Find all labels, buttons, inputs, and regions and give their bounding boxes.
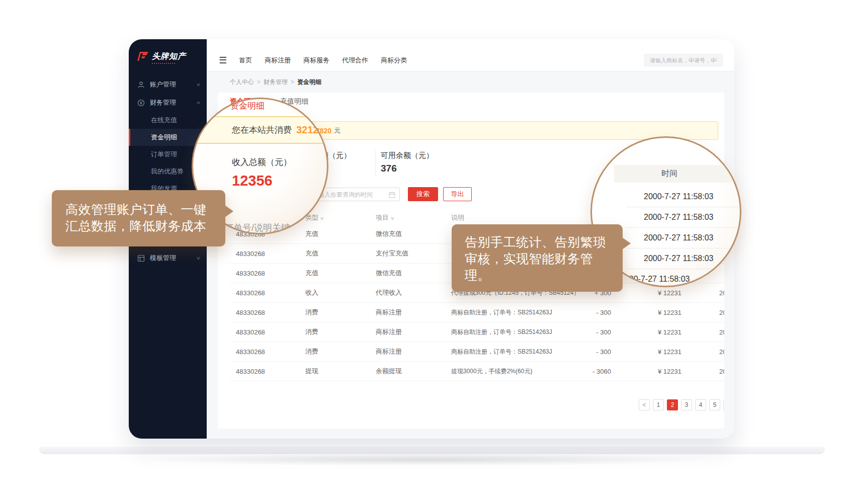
sidebar-item-在线充值[interactable]: 在线充值: [129, 112, 207, 129]
cell-order: 48330268: [230, 368, 305, 375]
brand-flag-icon: [137, 51, 149, 65]
chevron-up-icon: ∧: [196, 100, 201, 105]
chevron-down-icon: ∨: [196, 256, 201, 261]
pagination-page-5[interactable]: 5: [709, 399, 720, 410]
table-header-1[interactable]: 类型∨: [305, 213, 376, 222]
table-row: 48330268消费商标注册商标自助注册，订单号：SB2514263J- 300…: [230, 303, 724, 322]
cell-type: 消费: [305, 347, 376, 356]
pagination-prev[interactable]: <: [639, 399, 650, 410]
magnified-tab-fragment: 资金明细: [230, 100, 265, 112]
magnified-time-header: 时间: [614, 165, 741, 183]
sort-caret-icon: ∨: [390, 216, 395, 221]
topnav-item-1[interactable]: 商标注册: [265, 56, 291, 65]
cell-type: 充值: [305, 249, 376, 258]
cell-time: 2000-7-27 11:58:03: [681, 309, 724, 316]
cell-balance: ¥ 12231: [611, 348, 681, 356]
cell-order: 48330268: [230, 309, 305, 316]
table-row: 48330268提现余额提现提现3000元，手续费2%(60元)- 3060¥ …: [230, 362, 724, 381]
trademark-search-input[interactable]: [644, 54, 723, 66]
cell-amount: - 300: [583, 328, 611, 336]
cell-amount: - 300: [583, 348, 611, 356]
sidebar-group-label: 账户管理: [150, 80, 176, 89]
cell-project: 商标注册: [376, 308, 451, 317]
sidebar-group-1[interactable]: 财务管理∧: [129, 94, 207, 112]
brand-logo[interactable]: 头牌知产: [137, 51, 207, 65]
breadcrumb-separator: >: [257, 78, 261, 86]
pagination-page-1[interactable]: 1: [653, 399, 664, 410]
breadcrumb-separator: >: [291, 78, 294, 86]
callout-left: 高效管理账户订单、一键汇总数据，降低财务成本: [52, 190, 225, 246]
cell-type: 收入: [305, 288, 376, 297]
cell-desc: 商标自助注册，订单号：SB2514263J: [451, 328, 583, 337]
pagination-page-4[interactable]: 4: [695, 399, 706, 410]
topnav-item-3[interactable]: 代理合作: [342, 56, 368, 65]
magnified-time-row: 2000-7-27 11:58:03: [592, 187, 740, 207]
magnified-income-label: 收入总额（元）: [232, 156, 292, 168]
finance-icon: [137, 99, 145, 107]
cell-project: 微信充值: [376, 269, 451, 278]
callout-right: 告别手工统计、告别繁琐审核，实现智能财务管理。: [452, 224, 623, 292]
cell-order: 48330268: [230, 348, 305, 356]
laptop-base-shadow: [121, 453, 732, 466]
table-row: 48330268消费商标注册商标自助注册，订单号：SB2514263J- 300…: [230, 342, 724, 362]
sidebar-group-label: 财务管理: [150, 98, 176, 107]
cell-project: 代理收入: [376, 288, 451, 297]
cell-order: 48330268: [230, 270, 305, 277]
calendar-icon: [389, 191, 395, 198]
cell-type: 消费: [305, 308, 376, 317]
stat-balance-label: 可用余额（元）: [381, 151, 434, 160]
template-icon: [137, 255, 145, 262]
cell-type: 充值: [305, 269, 376, 278]
magnified-time-header-label: 时间: [661, 169, 677, 179]
cell-order: 48330268: [230, 289, 305, 297]
magnified-time-value: 2000-7-27 11:58:03: [644, 233, 713, 242]
brand-tagline-dots: [152, 63, 175, 64]
sidebar-group-label: 模板管理: [150, 254, 176, 263]
table-header-3: 说明: [451, 213, 583, 222]
cell-time: 2000-7-27 11:58:03: [681, 368, 724, 375]
table-row: 48330268消费商标注册商标自助注册，订单号：SB2514263J- 300…: [230, 322, 724, 342]
sidebar-group-2[interactable]: 模板管理∨: [129, 249, 207, 267]
magnified-time-value: 2000-7-27 11:58:03: [644, 254, 713, 263]
magnified-banner: 您在本站共消费 32124: [192, 116, 328, 144]
breadcrumb-current: 资金明细: [297, 78, 321, 86]
topnav-item-4[interactable]: 商标分类: [381, 56, 407, 65]
sidebar-group-0[interactable]: 账户管理∨: [129, 75, 207, 94]
pagination-next[interactable]: >: [723, 399, 724, 410]
user-icon: [137, 81, 145, 89]
breadcrumb-item[interactable]: 个人中心: [230, 78, 254, 86]
cell-time: 2000-7-27 11:58:03: [681, 289, 724, 297]
topnav-item-0[interactable]: 首页: [239, 56, 252, 65]
chevron-down-icon: ∨: [196, 82, 201, 87]
cell-project: 商标注册: [376, 347, 451, 356]
pagination-page-3[interactable]: 3: [681, 399, 692, 410]
pagination: <12345>: [639, 399, 724, 410]
breadcrumb: 个人中心>财务管理>资金明细: [230, 78, 734, 87]
breadcrumb-item[interactable]: 财务管理: [264, 78, 288, 86]
cell-type: 充值: [305, 229, 376, 238]
cell-order: 48330268: [230, 250, 305, 258]
sort-caret-icon: ∨: [320, 216, 324, 221]
cell-balance: ¥ 12231: [611, 309, 681, 316]
topbar: ☰ 首页商标注册商标服务代理合作商标分类: [207, 39, 734, 71]
cell-desc: 商标自助注册，订单号：SB2514263J: [451, 348, 583, 356]
stat-balance-value: 376: [381, 163, 397, 174]
cell-type: 消费: [305, 327, 376, 337]
search-button[interactable]: 搜索: [408, 187, 438, 201]
cell-desc: 提现3000元，手续费2%(60元): [451, 367, 583, 376]
cell-type: 提现: [305, 367, 376, 376]
banner-unit: 元: [334, 126, 340, 135]
cell-project: 商标注册: [376, 327, 451, 337]
brand-name: 头牌知产: [152, 52, 186, 60]
cell-desc: 商标自助注册，订单号：SB2514263J: [451, 308, 583, 317]
cell-balance: ¥ 12231: [611, 328, 681, 336]
page: 头牌知产 账户管理∨财务管理∧在线充值资金明细订单管理我的优惠券我的发票模板管理…: [0, 0, 853, 504]
export-button[interactable]: 导出: [443, 187, 472, 201]
hamburger-icon[interactable]: ☰: [219, 56, 227, 65]
topnav-item-2[interactable]: 商标服务: [303, 56, 329, 65]
table-header-2[interactable]: 项目∨: [376, 213, 451, 222]
cell-balance: ¥ 12231: [611, 368, 681, 375]
magnified-time-value: 2000-7-27 11:58:03: [644, 192, 713, 201]
magnified-banner-prefix: 您在本站共消费: [232, 124, 292, 136]
pagination-page-2[interactable]: 2: [667, 399, 678, 410]
